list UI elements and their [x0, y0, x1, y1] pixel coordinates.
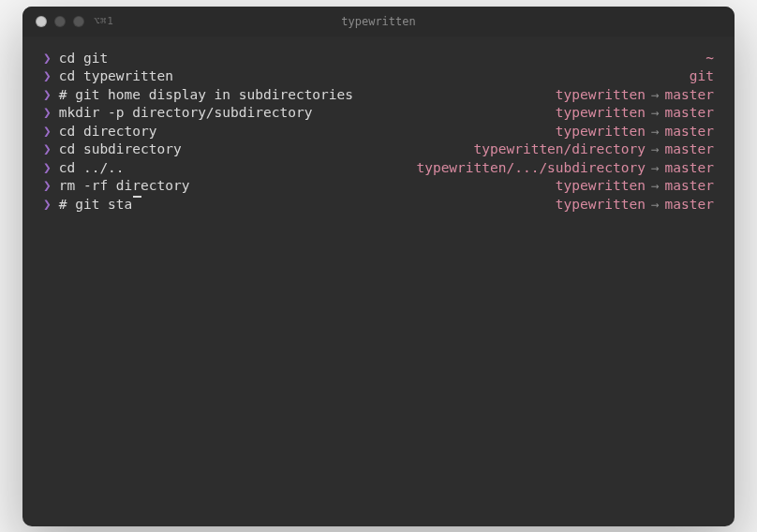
prompt-symbol-icon: ❯	[43, 104, 52, 123]
rprompt-path: typewritten	[556, 196, 646, 214]
minimize-icon[interactable]	[54, 16, 66, 27]
git-branch: master	[665, 104, 714, 123]
git-branch: master	[665, 159, 714, 178]
rprompt-path: typewritten	[556, 104, 646, 123]
prompt-symbol-icon: ❯	[43, 50, 52, 68]
terminal-line: ❯ cd typewritten git	[43, 67, 714, 86]
prompt-symbol-icon: ❯	[43, 86, 52, 105]
zoom-icon[interactable]	[73, 16, 84, 27]
command-text: mkdir -p directory/subdirectory	[59, 104, 313, 123]
terminal-line: ❯ # git home display in subdirectories t…	[43, 86, 714, 105]
traffic-lights	[36, 16, 84, 27]
prompt-symbol-icon: ❯	[43, 177, 52, 196]
arrow-icon: →	[651, 140, 660, 159]
terminal-line: ❯ cd directory typewritten → master	[43, 123, 714, 141]
terminal-line: ❯ cd subdirectory typewritten/directory …	[43, 140, 714, 159]
git-branch: master	[665, 86, 714, 105]
tab-info: ⌥⌘1	[94, 15, 113, 27]
rprompt-path: typewritten/.../subdirectory	[416, 159, 645, 178]
arrow-icon: →	[651, 177, 660, 196]
command-text[interactable]: # git sta	[59, 196, 133, 214]
window-title: typewritten	[341, 15, 415, 28]
terminal-body[interactable]: ❯ cd git ~ ❯ cd typewritten git ❯ # git …	[22, 37, 735, 526]
command-text: cd directory	[59, 123, 157, 141]
arrow-icon: →	[651, 159, 660, 178]
arrow-icon: →	[651, 123, 660, 141]
command-text: cd typewritten	[59, 67, 173, 86]
command-text: rm -rf directory	[59, 177, 190, 196]
command-text: cd git	[59, 50, 108, 68]
prompt-symbol-icon: ❯	[43, 159, 52, 178]
rprompt-path: typewritten/directory	[474, 140, 646, 159]
terminal-line: ❯ cd ../.. typewritten/.../subdirectory …	[43, 159, 714, 178]
arrow-icon: →	[651, 104, 660, 123]
rprompt-path: typewritten	[556, 86, 646, 105]
prompt-symbol-icon: ❯	[43, 67, 52, 86]
command-text: cd ../..	[59, 159, 125, 178]
prompt-symbol-icon: ❯	[43, 140, 52, 159]
terminal-line: ❯ mkdir -p directory/subdirectory typewr…	[43, 104, 714, 123]
cursor-icon	[133, 196, 141, 198]
git-branch: master	[665, 123, 714, 141]
rprompt-path: typewritten	[556, 123, 646, 141]
arrow-icon: →	[651, 86, 660, 105]
title-bar: ⌥⌘1 typewritten	[22, 7, 735, 37]
terminal-window: ⌥⌘1 typewritten ❯ cd git ~ ❯ cd typewrit…	[22, 7, 735, 526]
git-branch: master	[665, 177, 714, 196]
command-text: # git home display in subdirectories	[59, 86, 353, 105]
prompt-symbol-icon: ❯	[43, 123, 52, 141]
rprompt-path: typewritten	[556, 177, 646, 196]
rprompt-path: git	[690, 67, 714, 86]
git-branch: master	[665, 196, 714, 214]
arrow-icon: →	[651, 196, 660, 214]
rprompt-path: ~	[705, 50, 714, 68]
terminal-line: ❯ rm -rf directory typewritten → master	[43, 177, 714, 196]
git-branch: master	[665, 140, 714, 159]
terminal-line: ❯ # git sta typewritten → master	[43, 196, 714, 214]
close-icon[interactable]	[36, 16, 47, 27]
terminal-line: ❯ cd git ~	[43, 50, 714, 68]
prompt-symbol-icon: ❯	[43, 196, 52, 214]
command-text: cd subdirectory	[59, 140, 182, 159]
